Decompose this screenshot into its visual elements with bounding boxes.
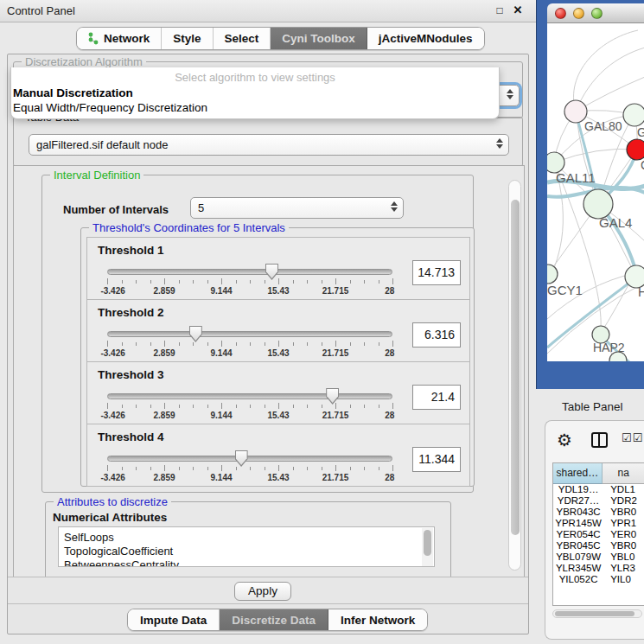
table-data-combobox[interactable]: galFiltered.sif default node — [29, 134, 509, 156]
node-selected-red[interactable] — [627, 139, 644, 160]
dropdown-placeholder: Select algorithm to view settings — [11, 71, 499, 84]
tab-cyni-toolbox[interactable]: Cyni Toolbox — [271, 28, 367, 49]
dropdown-option-equal-width-frequency[interactable]: Equal Width/Frequency Discretization — [13, 101, 207, 114]
tab-discretize-data[interactable]: Discretize Data — [220, 609, 328, 630]
threshold-2-value-field[interactable]: 6.316 — [412, 322, 461, 348]
cell[interactable]: YPR145W — [553, 518, 603, 529]
cell[interactable]: YDR27… — [553, 495, 603, 507]
threshold-1-slider[interactable]: -3.426 2.859 9.144 15.43 21.715 28 — [107, 264, 392, 293]
table-horizontal-scrollbar[interactable] — [552, 609, 642, 618]
node-table: shared… na YDL19…YDL1 YDR27…YDR2 YBR043C… — [552, 462, 644, 606]
column-header-shared-name[interactable]: shared… — [553, 463, 603, 484]
cell[interactable]: YLR3 — [603, 563, 644, 574]
tab-impute-data[interactable]: Impute Data — [128, 609, 220, 630]
threshold-3-slider[interactable]: -3.426 2.859 9.144 15.43 21.715 28 — [107, 388, 392, 418]
column-header-name[interactable]: na — [603, 463, 644, 484]
cell[interactable]: YDR2 — [603, 495, 644, 507]
close-panel-button[interactable]: ✕ — [511, 3, 525, 17]
table-row[interactable]: YBR045CYBR0 — [553, 540, 644, 552]
tab-network[interactable]: Network — [77, 28, 162, 49]
threshold-4-slider[interactable]: -3.426 2.859 9.144 15.43 21.715 28 — [107, 450, 392, 480]
cell[interactable]: YIL052C — [553, 574, 603, 585]
select-columns-icons[interactable]: ☑☑ — [622, 431, 643, 444]
table-row[interactable]: YDR27…YDR2 — [553, 495, 644, 507]
numerical-attributes-list: SelfLoops TopologicalCoefficient Between… — [58, 526, 435, 567]
tab-select[interactable]: Select — [214, 28, 271, 49]
control-panel-tabbar: Network Style Select Cyni Toolbox jActiv… — [76, 27, 485, 50]
tab-jactivemnodules[interactable]: jActiveMNodules — [367, 28, 484, 49]
zoom-window-icon[interactable] — [591, 8, 603, 19]
attribute-item[interactable]: BetweennessCentrality — [64, 558, 434, 567]
threshold-3-value-field[interactable]: 21.4 — [412, 385, 461, 410]
threshold-4-value-field[interactable]: 11.344 — [412, 447, 461, 472]
node-gal4[interactable] — [583, 189, 613, 219]
cell[interactable]: YBR0 — [603, 540, 644, 552]
cell[interactable]: YIL0 — [603, 574, 644, 585]
network-canvas[interactable]: GAL80 G. C GAL11 GAL4 GCY1 H HAP2 — [547, 23, 644, 361]
thresholds-group-title: Threshold's Coordinates for 5 Intervals — [89, 221, 289, 234]
cell[interactable]: YDL19… — [553, 484, 603, 495]
threshold-1-value-field[interactable]: 14.713 — [412, 260, 461, 285]
number-of-intervals-value: 5 — [198, 201, 204, 214]
table-row[interactable]: YBL079WYBL0 — [553, 552, 644, 563]
cell[interactable]: YLR345W — [553, 563, 603, 574]
tick-label: 2.859 — [153, 473, 175, 482]
cell[interactable]: YDL1 — [603, 484, 644, 495]
tick-label: 15.43 — [267, 286, 289, 296]
tick-label: 2.859 — [153, 286, 175, 296]
cyni-toolbox-pane: Discretization Algorithm Table Data galF… — [7, 54, 529, 634]
node-label-partial-c: C — [641, 158, 644, 172]
tick-label: 2.859 — [153, 348, 175, 358]
panel-title: Control Panel — [7, 4, 75, 17]
slider-ticks — [107, 465, 392, 472]
table-row[interactable]: YPR145WYPR1 — [553, 518, 644, 529]
table-row[interactable]: YDL19…YDL1 — [553, 484, 644, 495]
discretization-algorithm-group-title: Discretization Algorithm — [22, 55, 146, 68]
threshold-3-row: Threshold 3 -3.426 2.859 9.144 15.43 21.… — [86, 361, 470, 424]
tab-select-label: Select — [225, 32, 259, 45]
number-of-intervals-combobox[interactable]: 5 — [190, 197, 404, 219]
table-horizontal-scrollbar-thumb[interactable] — [555, 611, 634, 616]
threshold-1-row: Threshold 1 -3.426 2.859 9.144 15.43 21.… — [86, 237, 470, 300]
attributes-group-title: Attributes to discretize — [54, 495, 171, 508]
table-row[interactable]: YIL052CYIL0 — [553, 574, 644, 585]
table-row[interactable]: YBR043CYBR0 — [553, 507, 644, 518]
gear-icon[interactable]: ⚙ — [557, 430, 572, 450]
cell[interactable]: YER054C — [553, 529, 603, 540]
node-table-rows: YDL19…YDL1 YDR27…YDR2 YBR043CYBR0 YPR145… — [553, 484, 644, 586]
attributes-list-scrollbar[interactable] — [422, 528, 433, 567]
node-label-gal11: GAL11 — [556, 170, 596, 185]
node-gcy1[interactable] — [547, 265, 558, 284]
settings-scrollbar[interactable] — [508, 180, 521, 571]
close-window-icon[interactable] — [555, 8, 566, 19]
node-partial-top-right[interactable] — [623, 104, 644, 126]
node-label-partial-g: G. — [637, 125, 644, 139]
table-row[interactable]: YLR345WYLR3 — [553, 563, 644, 574]
tab-style[interactable]: Style — [162, 28, 213, 49]
network-window-titlebar[interactable] — [547, 3, 644, 23]
network-view-window: GAL80 G. C GAL11 GAL4 GCY1 H HAP2 — [536, 0, 644, 389]
cell[interactable]: YBL079W — [553, 552, 603, 563]
tab-infer-network[interactable]: Infer Network — [328, 609, 427, 630]
cell[interactable]: YPR1 — [603, 518, 644, 529]
cell[interactable]: YER0 — [603, 529, 644, 540]
columns-icon[interactable] — [591, 432, 608, 448]
attribute-item[interactable]: SelfLoops — [64, 531, 434, 545]
threshold-2-slider[interactable]: -3.426 2.859 9.144 15.43 21.715 28 — [107, 326, 392, 355]
cell[interactable]: YBL0 — [603, 552, 644, 563]
tick-label: -3.426 — [100, 286, 124, 296]
minimize-window-icon[interactable] — [573, 8, 584, 19]
cell[interactable]: YBR043C — [553, 507, 603, 518]
float-window-button[interactable]: □ — [493, 3, 507, 17]
cyni-bottom-tabbar: Impute Data Discretize Data Infer Networ… — [127, 609, 428, 631]
cell[interactable]: YBR0 — [603, 507, 644, 518]
tick-label: 15.43 — [267, 411, 289, 420]
settings-scrollbar-thumb[interactable] — [511, 200, 520, 535]
attribute-item[interactable]: TopologicalCoefficient — [64, 545, 434, 558]
dropdown-option-manual-discretization[interactable]: Manual Discretization — [13, 86, 133, 99]
table-row[interactable]: YER054CYER0 — [553, 529, 644, 540]
apply-button[interactable]: Apply — [234, 582, 291, 601]
tick-label: 28 — [385, 348, 394, 358]
cell[interactable]: YBR045C — [553, 540, 603, 552]
table-panel-toolbar: ⚙ ☑☑ — [545, 428, 644, 456]
